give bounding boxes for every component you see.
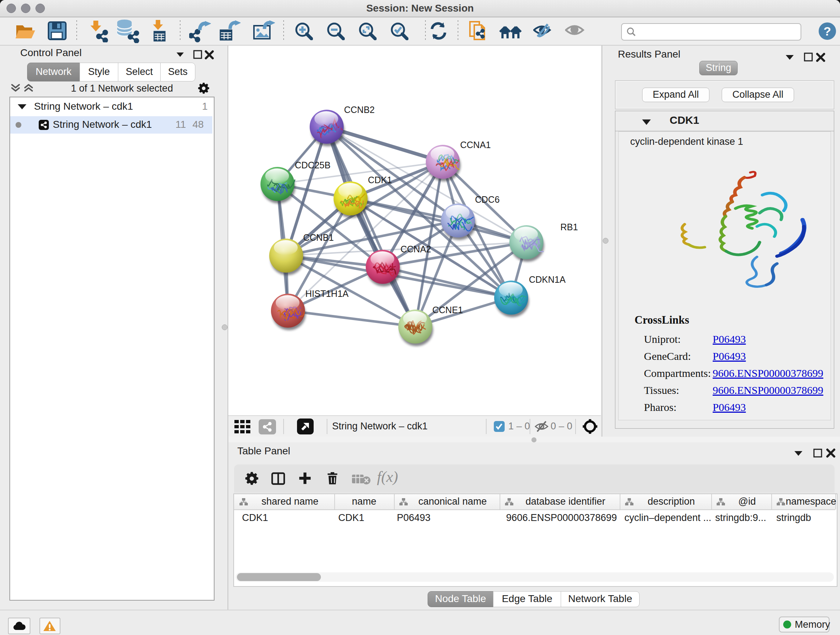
svg-text:CCNB1: CCNB1 — [303, 233, 334, 242]
svg-text:?: ? — [824, 24, 831, 38]
svg-text:CDKN1A: CDKN1A — [529, 274, 566, 285]
svg-text:CDC6: CDC6 — [475, 195, 500, 204]
svg-text:RB1: RB1 — [561, 222, 578, 232]
svg-text:CCNA1: CCNA1 — [460, 140, 491, 150]
svg-text:CDC25B: CDC25B — [295, 160, 331, 170]
svg-text:CCNE1: CCNE1 — [432, 305, 463, 315]
svg-text:CCNB2: CCNB2 — [344, 105, 375, 115]
svg-text:HIST1H1A: HIST1H1A — [305, 288, 349, 299]
svg-text:CDK1: CDK1 — [368, 175, 392, 185]
svg-text:CCNA2: CCNA2 — [401, 244, 431, 254]
